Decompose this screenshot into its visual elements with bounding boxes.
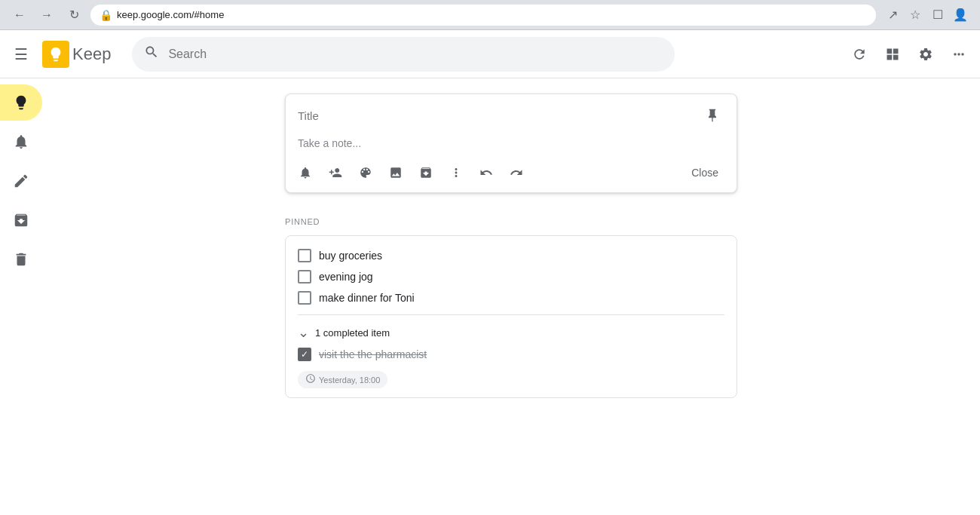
url-text: keep.google.com/#home: [117, 9, 224, 20]
share-button[interactable]: ↗: [882, 5, 903, 26]
checkbox-3[interactable]: [298, 291, 311, 305]
checklist-text-4: visit the the pharmacist: [319, 348, 427, 360]
sidebar-item-reminders[interactable]: [0, 124, 42, 160]
checklist-text-3: make dinner for Toni: [319, 292, 415, 304]
completed-count-text: 1 completed item: [315, 327, 390, 339]
completed-toggle[interactable]: ⌄ 1 completed item: [298, 321, 390, 344]
apps-button[interactable]: [944, 39, 974, 69]
checkbox-2[interactable]: [298, 270, 311, 284]
checklist-item-2: evening jog: [298, 266, 724, 287]
app-header: ☰ Keep: [0, 30, 980, 78]
completed-count: 1: [315, 327, 320, 339]
window-button[interactable]: ☐: [927, 5, 948, 26]
hamburger-button[interactable]: ☰: [6, 39, 36, 69]
clock-icon: [305, 373, 316, 386]
view-toggle-button[interactable]: [877, 39, 908, 69]
sidebar: [0, 78, 42, 515]
reload-button[interactable]: ↻: [63, 5, 84, 26]
undo-toolbar-btn[interactable]: [473, 159, 500, 186]
note-body[interactable]: Take a note...: [286, 133, 737, 156]
app-logo[interactable]: Keep: [42, 41, 111, 68]
color-toolbar-btn[interactable]: [352, 159, 379, 186]
completed-divider: [298, 314, 724, 315]
logo-icon: [42, 41, 69, 68]
checkbox-1[interactable]: [298, 249, 311, 262]
back-button[interactable]: ←: [9, 5, 30, 26]
reminder-toolbar-btn[interactable]: [292, 159, 319, 186]
main-content: Take a note...: [42, 78, 980, 515]
checklist-text-1: buy groceries: [319, 250, 382, 262]
note-card: buy groceries evening jog make dinner fo…: [285, 235, 737, 398]
more-toolbar-btn[interactable]: [443, 159, 470, 186]
bell-icon: [12, 133, 30, 151]
sidebar-item-notes[interactable]: [0, 84, 42, 121]
pinned-label: PINNED: [285, 217, 737, 226]
notes-section: PINNED buy groceries evening jog make di…: [285, 217, 737, 398]
header-actions: [844, 39, 974, 69]
trash-icon: [12, 250, 30, 268]
checklist-item-3: make dinner for Toni: [298, 287, 724, 308]
sidebar-item-trash[interactable]: [0, 241, 42, 277]
profile-button[interactable]: 👤: [950, 5, 971, 26]
archive-icon: [12, 211, 30, 229]
redo-toolbar-btn[interactable]: [503, 159, 530, 186]
address-bar[interactable]: 🔒 keep.google.com/#home: [90, 5, 876, 26]
settings-button[interactable]: [911, 39, 941, 69]
edit-icon: [12, 172, 30, 190]
checklist-item-1: buy groceries: [298, 245, 724, 266]
browser-chrome: ← → ↻ 🔒 keep.google.com/#home ↗ ☆ ☐ 👤: [0, 0, 980, 30]
search-input[interactable]: [168, 48, 663, 61]
main-layout: Take a note...: [0, 78, 980, 515]
note-toolbar: Close: [286, 156, 737, 192]
refresh-button[interactable]: [844, 39, 874, 69]
note-editor-top: [286, 94, 737, 133]
lock-icon: 🔒: [100, 9, 112, 21]
note-editor: Take a note...: [285, 93, 737, 193]
sidebar-item-edit-labels[interactable]: [0, 163, 42, 199]
sidebar-item-archive[interactable]: [0, 202, 42, 238]
pin-button[interactable]: [700, 103, 724, 127]
app-name-text: Keep: [72, 44, 111, 64]
collaborator-toolbar-btn[interactable]: [322, 159, 349, 186]
close-button[interactable]: Close: [679, 161, 730, 185]
checklist-item-4: visit the the pharmacist: [298, 344, 724, 365]
chevron-down-icon: ⌄: [298, 324, 309, 341]
timestamp-text: Yesterday, 18:00: [319, 376, 380, 385]
note-placeholder: Take a note...: [298, 137, 361, 149]
note-title-input[interactable]: [298, 109, 700, 122]
bookmark-button[interactable]: ☆: [905, 5, 926, 26]
completed-label: completed item: [323, 327, 390, 339]
search-bar[interactable]: [132, 37, 675, 72]
note-footer: Yesterday, 18:00: [298, 371, 724, 388]
browser-actions: ↗ ☆ ☐ 👤: [882, 5, 971, 26]
forward-button[interactable]: →: [36, 5, 57, 26]
search-icon: [144, 44, 159, 63]
bulb-icon: [12, 93, 30, 112]
checkbox-4[interactable]: [298, 348, 311, 361]
archive-toolbar-btn[interactable]: [412, 159, 439, 186]
note-timestamp: Yesterday, 18:00: [298, 371, 387, 388]
image-toolbar-btn[interactable]: [382, 159, 409, 186]
checklist-text-2: evening jog: [319, 271, 373, 283]
